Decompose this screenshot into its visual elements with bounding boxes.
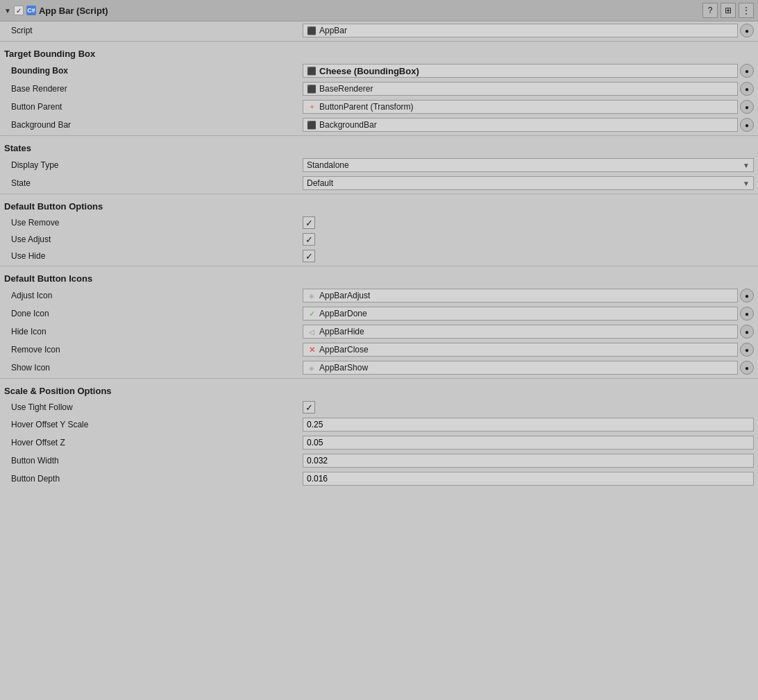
bounding-box-icon: ⬛	[307, 66, 317, 76]
hover-offset-y-scale-input[interactable]	[303, 418, 754, 432]
base-renderer-field[interactable]: ⬛ BaseRenderer	[303, 82, 738, 96]
component-title: App Bar (Script)	[39, 6, 108, 16]
default-button-options-section: Default Button Options	[0, 196, 758, 214]
button-width-row: Button Width	[0, 452, 758, 470]
adjust-icon-row: Adjust Icon ◈ AppBarAdjust ●	[0, 287, 758, 305]
background-bar-value-wrap: ⬛ BackgroundBar ●	[303, 118, 754, 132]
button-parent-field[interactable]: ✦ ButtonParent (Transform)	[303, 100, 738, 114]
background-bar-label: Background Bar	[4, 120, 303, 130]
show-icon-label: Show Icon	[4, 363, 303, 373]
use-tight-follow-value-wrap: ✓	[303, 401, 754, 413]
hover-offset-z-row: Hover Offset Z	[0, 434, 758, 452]
remove-icon-label: Remove Icon	[4, 345, 303, 355]
use-remove-label: Use Remove	[4, 218, 303, 228]
button-depth-row: Button Depth	[0, 470, 758, 488]
done-icon-field[interactable]: ✓ AppBarDone	[303, 307, 738, 321]
script-field[interactable]: ⬛ AppBar	[303, 24, 738, 37]
button-depth-label: Button Depth	[4, 474, 303, 484]
states-title: States	[4, 143, 31, 153]
hide-icon-text: AppBarHide	[319, 327, 364, 336]
bounding-box-label: Bounding Box	[4, 66, 303, 76]
show-icon-field[interactable]: ◈ AppBarShow	[303, 361, 738, 375]
scale-position-options-title: Scale & Position Options	[4, 386, 112, 396]
target-bounding-box-title: Target Bounding Box	[4, 49, 95, 59]
component-enabled-checkbox[interactable]: ✓	[14, 6, 24, 15]
background-bar-field[interactable]: ⬛ BackgroundBar	[303, 118, 738, 132]
done-icon-circle-btn[interactable]: ●	[740, 307, 754, 321]
adjust-icon-text: AppBarAdjust	[319, 291, 370, 300]
help-button[interactable]: ?	[702, 3, 718, 18]
show-icon-row: Show Icon ◈ AppBarShow ●	[0, 359, 758, 377]
scale-position-options-section: Scale & Position Options	[0, 380, 758, 399]
background-bar-circle-btn[interactable]: ●	[740, 118, 754, 132]
show-icon-circle-btn[interactable]: ●	[740, 361, 754, 375]
remove-icon-field[interactable]: ✕ AppBarClose	[303, 343, 738, 357]
layout-button[interactable]: ⊞	[721, 3, 736, 18]
button-parent-circle-btn[interactable]: ●	[740, 100, 754, 114]
button-width-value-wrap	[303, 454, 754, 468]
hide-icon-sprite-icon: ◁	[307, 327, 317, 336]
divider-3	[0, 194, 758, 194]
use-hide-row: Use Hide ✓	[0, 248, 758, 264]
base-renderer-value-wrap: ⬛ BaseRenderer ●	[303, 82, 754, 96]
display-type-value-wrap: Standalone ▼	[303, 158, 754, 172]
state-value: Default	[307, 178, 333, 188]
button-width-input[interactable]	[303, 454, 754, 468]
base-renderer-row: Base Renderer ⬛ BaseRenderer ●	[0, 80, 758, 98]
use-hide-label: Use Hide	[4, 251, 303, 261]
target-bounding-box-section: Target Bounding Box	[0, 43, 758, 62]
use-adjust-checkbox[interactable]: ✓	[303, 233, 315, 246]
default-button-icons-title: Default Button Icons	[4, 273, 92, 284]
default-button-options-title: Default Button Options	[4, 201, 103, 212]
hide-icon-row: Hide Icon ◁ AppBarHide ●	[0, 323, 758, 341]
state-value-wrap: Default ▼	[303, 176, 754, 190]
display-type-label: Display Type	[4, 160, 303, 170]
use-remove-row: Use Remove ✓	[0, 214, 758, 231]
adjust-icon-field[interactable]: ◈ AppBarAdjust	[303, 289, 738, 302]
done-icon-text: AppBarDone	[319, 309, 367, 318]
hide-icon-label: Hide Icon	[4, 327, 303, 336]
adjust-icon-circle-btn[interactable]: ●	[740, 289, 754, 302]
default-button-icons-section: Default Button Icons	[0, 268, 758, 287]
bounding-box-field[interactable]: ⬛ Cheese (BoundingBox)	[303, 64, 738, 78]
remove-icon-circle-btn[interactable]: ●	[740, 343, 754, 357]
use-hide-value-wrap: ✓	[303, 250, 754, 262]
bounding-box-circle-btn[interactable]: ●	[740, 64, 754, 78]
use-tight-follow-checkbox[interactable]: ✓	[303, 401, 315, 413]
done-icon-sprite-icon: ✓	[307, 309, 317, 318]
done-icon-value-wrap: ✓ AppBarDone ●	[303, 307, 754, 321]
hide-icon-field[interactable]: ◁ AppBarHide	[303, 325, 738, 339]
use-adjust-checkmark: ✓	[305, 235, 313, 244]
hover-offset-y-scale-value-wrap	[303, 418, 754, 432]
script-circle-btn[interactable]: ●	[740, 24, 754, 37]
hover-offset-z-input[interactable]	[303, 436, 754, 450]
state-select[interactable]: Default ▼	[303, 176, 754, 190]
button-depth-input[interactable]	[303, 472, 754, 486]
use-tight-follow-label: Use Tight Follow	[4, 402, 303, 412]
button-parent-row: Button Parent ✦ ButtonParent (Transform)…	[0, 98, 758, 116]
use-adjust-label: Use Adjust	[4, 234, 303, 244]
header-right: ? ⊞ ⋮	[702, 3, 754, 18]
use-adjust-value-wrap: ✓	[303, 233, 754, 246]
use-remove-checkbox[interactable]: ✓	[303, 216, 315, 229]
background-bar-row: Background Bar ⬛ BackgroundBar ●	[0, 116, 758, 134]
csharp-icon: C#	[26, 6, 36, 15]
button-parent-value-wrap: ✦ ButtonParent (Transform) ●	[303, 100, 754, 114]
use-hide-checkmark: ✓	[305, 252, 313, 261]
hide-icon-value-wrap: ◁ AppBarHide ●	[303, 325, 754, 339]
script-value-wrap: ⬛ AppBar ●	[303, 24, 754, 37]
adjust-icon-value-wrap: ◈ AppBarAdjust ●	[303, 289, 754, 302]
display-type-select[interactable]: Standalone ▼	[303, 158, 754, 172]
menu-button[interactable]: ⋮	[739, 3, 754, 18]
remove-icon-value-wrap: ✕ AppBarClose ●	[303, 343, 754, 357]
state-row: State Default ▼	[0, 174, 758, 192]
use-hide-checkbox[interactable]: ✓	[303, 250, 315, 262]
button-width-label: Button Width	[4, 456, 303, 466]
base-renderer-circle-btn[interactable]: ●	[740, 82, 754, 96]
script-row: Script ⬛ AppBar ●	[0, 22, 758, 40]
remove-icon-row: Remove Icon ✕ AppBarClose ●	[0, 341, 758, 359]
hide-icon-circle-btn[interactable]: ●	[740, 325, 754, 339]
collapse-arrow-icon[interactable]: ▼	[4, 7, 11, 15]
state-arrow-icon: ▼	[743, 180, 750, 187]
hover-offset-y-scale-row: Hover Offset Y Scale	[0, 416, 758, 434]
